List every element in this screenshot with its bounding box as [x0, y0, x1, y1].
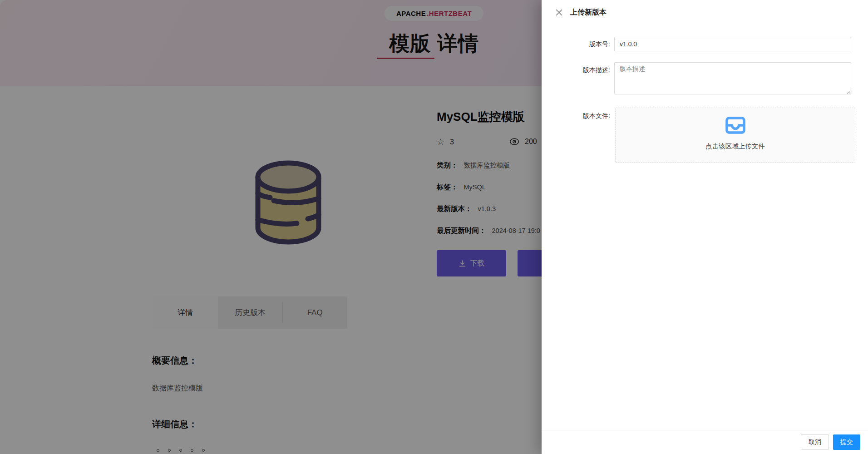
drawer-title: 上传新版本 [570, 8, 607, 17]
upload-hint-text: 点击该区域上传文件 [616, 142, 855, 151]
drawer-footer: 取消 提交 [542, 430, 868, 454]
inbox-upload-icon [725, 116, 746, 137]
drawer-header: 上传新版本 [542, 0, 868, 25]
screen: APACHE .HERTZBEAT 模版 详情 MySQL监控模版 [0, 0, 868, 454]
close-icon[interactable] [555, 9, 563, 17]
version-file-row: 版本文件: 点击该区域上传文件 [542, 108, 868, 163]
version-number-input[interactable] [614, 37, 851, 51]
version-description-textarea[interactable] [614, 62, 851, 94]
version-description-row: 版本描述: [542, 62, 868, 94]
upload-version-drawer: 上传新版本 版本号: 版本描述: 版本文件: 点 [542, 0, 868, 454]
cancel-button[interactable]: 取消 [801, 434, 829, 450]
version-file-label: 版本文件: [542, 108, 614, 163]
version-number-label: 版本号: [542, 37, 614, 51]
version-description-label: 版本描述: [542, 62, 614, 94]
submit-button[interactable]: 提交 [833, 434, 860, 450]
file-upload-dropzone[interactable]: 点击该区域上传文件 [615, 108, 855, 163]
version-number-row: 版本号: [542, 37, 868, 51]
